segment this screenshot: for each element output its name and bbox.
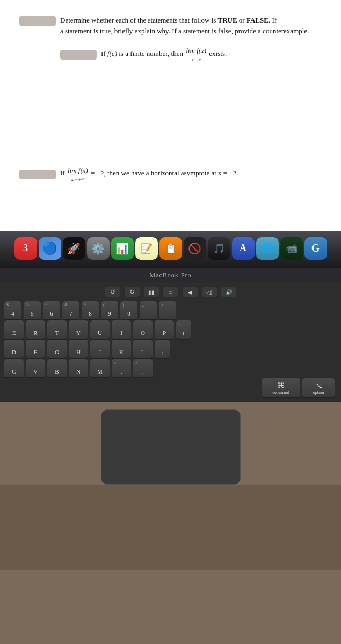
trackpad[interactable] [101, 409, 241, 485]
document-area: Determine whether each of the statements… [0, 0, 341, 231]
true-label: TRUE [217, 16, 237, 24]
block1-text: Determine whether each of the statements… [60, 15, 309, 36]
command-label: command [264, 390, 298, 395]
dock-icon-notes[interactable]: 📝 [135, 237, 158, 260]
dock-icon-g[interactable]: G [304, 237, 327, 260]
key-t[interactable]: T [47, 320, 67, 340]
key-n[interactable]: N [69, 359, 88, 378]
block3-text: If lim f(x) x→+∞ = −2, then we have a ho… [60, 165, 238, 183]
dock-icon-finder[interactable]: 🔵 [39, 237, 61, 260]
command-symbol: ⌘ [264, 380, 298, 390]
key-h[interactable]: H [69, 340, 88, 359]
dock-icon-facetime[interactable]: 📹 [280, 237, 303, 260]
keyboard-row-d: D F G H J K L : ; [4, 340, 337, 359]
key-9[interactable]: ( 9 [101, 301, 118, 320]
option-symbol: ⌥ [304, 381, 332, 390]
false-label: FALSE [246, 16, 269, 24]
key-greater[interactable]: > . [133, 359, 153, 378]
key-colon[interactable]: : ; [155, 340, 170, 359]
block2-text: If f(c) is a finite number, then lim f(x… [101, 46, 227, 63]
key-u[interactable]: U [90, 320, 110, 340]
key-m[interactable]: M [90, 359, 110, 378]
dock-icon-sysprefs[interactable]: ⚙️ [87, 237, 110, 260]
key-5[interactable]: % 5 [24, 301, 41, 320]
dock-icons: 3 🔵 🚀 ⚙️ 📊 📝 📋 🚫 � [14, 237, 327, 263]
key-e[interactable]: E [4, 320, 24, 340]
key-undo[interactable]: ↻ [125, 287, 140, 297]
key-7[interactable]: & 7 [62, 301, 79, 320]
limit-text-2: lim f(x) [68, 165, 88, 176]
key-play[interactable]: ▮▮ [144, 287, 159, 297]
redacted-name-1 [19, 16, 56, 26]
key-less[interactable]: < , [112, 359, 131, 378]
limit-text-1: lim f(x) [186, 46, 206, 56]
dock-icon-music[interactable]: 🎵 [208, 237, 230, 260]
redacted-name-3 [19, 170, 56, 179]
key-c[interactable]: C [4, 359, 24, 378]
text-block-2: If f(c) is a finite number, then lim f(x… [60, 46, 322, 63]
dock-icon-browser[interactable]: 🌐 [256, 237, 279, 260]
dock-area: 3 🔵 🚀 ⚙️ 📊 📝 📋 🚫 � [0, 231, 341, 268]
key-minus[interactable]: _ - [140, 301, 157, 320]
key-vol[interactable]: ◁) [202, 287, 217, 297]
keyboard-bottom-row: ⌘ command ⌥ option [4, 378, 337, 398]
key-0[interactable]: ) 0 [120, 301, 137, 320]
keyboard-row-e: E R T Y U I O P { [ [4, 320, 337, 340]
dock-icon-calendar[interactable]: 3 [14, 237, 37, 260]
bottom-area [0, 485, 341, 570]
key-command[interactable]: ⌘ command [262, 378, 300, 398]
key-l[interactable]: L [133, 340, 153, 359]
dock-icon-app-a[interactable]: A [232, 237, 255, 260]
keyboard-row-c: C V B N M < , > . [4, 359, 337, 378]
key-4[interactable]: $ 4 [4, 301, 21, 320]
text-block-1: Determine whether each of the statements… [19, 15, 322, 36]
dock-icon-stats[interactable]: 📊 [111, 237, 134, 260]
key-b[interactable]: B [47, 359, 67, 378]
calendar-number: 3 [23, 243, 28, 254]
key-v[interactable]: V [26, 359, 45, 378]
redacted-name-2 [60, 50, 97, 60]
limit-sub-1: x→c [191, 56, 201, 64]
key-eq[interactable]: ≡ [163, 287, 178, 297]
key-r[interactable]: R [26, 320, 45, 340]
key-volup[interactable]: 🔊 [221, 287, 236, 297]
keyboard-number-row: $ 4 % 5 ^ 6 & 7 * 8 ( 9 ) 0 _ - [4, 301, 337, 320]
dock-icon-launchpad[interactable]: 🚀 [63, 237, 85, 260]
key-g[interactable]: G [47, 340, 67, 359]
keyboard-top-row: ↺ ↻ ▮▮ ≡ ◀ ◁) 🔊 [4, 287, 337, 297]
key-6[interactable]: ^ 6 [43, 301, 60, 320]
keyboard-area: ↺ ↻ ▮▮ ≡ ◀ ◁) 🔊 $ 4 % 5 ^ 6 & 7 * 8 ( [0, 282, 341, 402]
key-j[interactable]: J [90, 340, 110, 359]
key-i[interactable]: I [112, 320, 131, 340]
text-block-3: If lim f(x) x→+∞ = −2, then we have a ho… [19, 165, 322, 183]
option-label: option [304, 390, 332, 395]
key-option[interactable]: ⌥ option [302, 378, 335, 398]
key-d[interactable]: D [4, 340, 24, 359]
key-k[interactable]: K [112, 340, 131, 359]
key-redo[interactable]: ↺ [105, 287, 120, 297]
limit-sub-2: x→+∞ [71, 176, 84, 184]
macbook-label: MacBook Pro [0, 268, 341, 282]
key-f[interactable]: F [26, 340, 45, 359]
dock-icon-block[interactable]: 🚫 [184, 237, 206, 260]
key-equals[interactable]: + = [159, 301, 176, 320]
key-y[interactable]: Y [69, 320, 88, 340]
key-8[interactable]: * 8 [82, 301, 99, 320]
key-o[interactable]: O [133, 320, 153, 340]
key-lbrace[interactable]: { [ [176, 320, 191, 340]
key-p[interactable]: P [155, 320, 174, 340]
key-left[interactable]: ◀ [183, 287, 198, 297]
empty-space [19, 79, 322, 133]
dock-icon-clipboard[interactable]: 📋 [159, 237, 182, 260]
